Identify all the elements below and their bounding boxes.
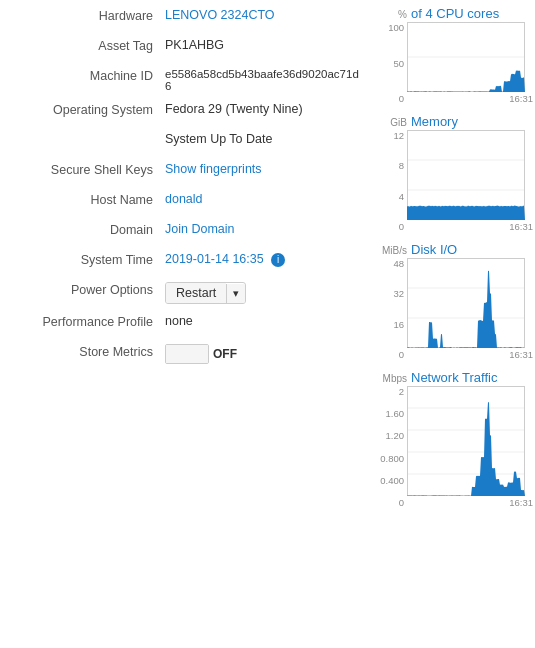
field-row-domain: Domain Join Domain <box>10 222 365 242</box>
network-y-080: 0.800 <box>380 453 404 464</box>
diskio-chart-header: MiB/s Disk I/O <box>375 242 535 257</box>
field-row-hardware: Hardware LENOVO 2324CTO <box>10 8 365 28</box>
cpu-unit: % <box>375 9 407 20</box>
cpu-y-100: 100 <box>388 22 404 33</box>
value-hardware: LENOVO 2324CTO <box>165 8 365 22</box>
cpu-y-0: 0 <box>399 93 404 104</box>
label-asset-tag: Asset Tag <box>10 38 165 53</box>
network-y-0: 0 <box>399 497 404 508</box>
main-layout: Hardware LENOVO 2324CTO Asset Tag PK1AHB… <box>0 0 535 520</box>
diskio-chart-container: 16:31 <box>407 258 535 360</box>
memory-canvas <box>407 130 525 220</box>
memory-y-8: 8 <box>399 160 404 171</box>
diskio-y-32: 32 <box>393 288 404 299</box>
label-domain: Domain <box>10 222 165 237</box>
info-icon[interactable]: i <box>271 253 285 267</box>
field-row-system-status: System Up To Date <box>10 132 365 152</box>
label-power: Power Options <box>10 282 165 297</box>
memory-y-4: 4 <box>399 191 404 202</box>
value-power: Restart ▾ <box>165 282 365 304</box>
value-system-status: System Up To Date <box>165 132 365 146</box>
system-time-link[interactable]: 2019-01-14 16:35 <box>165 252 264 266</box>
field-row-store-metrics: Store Metrics OFF <box>10 344 365 364</box>
power-button-group: Restart ▾ <box>165 282 246 304</box>
restart-button[interactable]: Restart <box>166 283 226 303</box>
diskio-y-0: 0 <box>399 349 404 360</box>
field-row-perf: Performance Profile none <box>10 314 365 334</box>
cpu-canvas <box>407 22 525 92</box>
memory-unit: GiB <box>375 117 407 128</box>
label-hardware: Hardware <box>10 8 165 23</box>
hostname-link[interactable]: donald <box>165 192 203 206</box>
label-perf: Performance Profile <box>10 314 165 329</box>
cpu-y-axis: 100 50 0 <box>375 22 407 104</box>
label-store-metrics: Store Metrics <box>10 344 165 359</box>
memory-chart-header: GiB Memory <box>375 114 535 129</box>
network-y-040: 0.400 <box>380 475 404 486</box>
label-hostname: Host Name <box>10 192 165 207</box>
field-row-system-time: System Time 2019-01-14 16:35 i <box>10 252 365 272</box>
restart-dropdown-button[interactable]: ▾ <box>226 284 245 303</box>
network-time-label: 16:31 <box>407 497 535 508</box>
network-y-120: 1.20 <box>386 430 405 441</box>
diskio-unit: MiB/s <box>375 245 407 256</box>
diskio-y-16: 16 <box>393 319 404 330</box>
field-row-asset-tag: Asset Tag PK1AHBG <box>10 38 365 58</box>
field-row-power: Power Options Restart ▾ <box>10 282 365 304</box>
network-y-axis: 2 1.60 1.20 0.800 0.400 0 <box>375 386 407 508</box>
diskio-y-48: 48 <box>393 258 404 269</box>
label-system-time: System Time <box>10 252 165 267</box>
value-domain: Join Domain <box>165 222 365 236</box>
value-ssh: Show fingerprints <box>165 162 365 176</box>
label-machine-id: Machine ID <box>10 68 165 83</box>
diskio-title: Disk I/O <box>411 242 457 257</box>
field-row-ssh: Secure Shell Keys Show fingerprints <box>10 162 365 182</box>
field-row-os: Operating System Fedora 29 (Twenty Nine) <box>10 102 365 122</box>
cpu-y-50: 50 <box>393 58 404 69</box>
network-chart-container: 16:31 <box>407 386 535 508</box>
diskio-time-label: 16:31 <box>407 349 535 360</box>
network-chart-header: Mbps Network Traffic <box>375 370 535 385</box>
memory-y-12: 12 <box>393 130 404 141</box>
cpu-time-label: 16:31 <box>407 93 535 104</box>
value-os: Fedora 29 (Twenty Nine) <box>165 102 365 116</box>
cpu-chart-header: % of 4 CPU cores <box>375 6 535 21</box>
toggle-container: OFF <box>165 344 365 364</box>
cpu-chart-wrap: 100 50 0 16:31 <box>375 22 535 104</box>
diskio-y-axis: 48 32 16 0 <box>375 258 407 360</box>
memory-chart-section: GiB Memory 12 8 4 0 16:31 <box>375 112 535 234</box>
value-store-metrics: OFF <box>165 344 365 364</box>
diskio-chart-wrap: 48 32 16 0 16:31 <box>375 258 535 360</box>
value-perf: none <box>165 314 365 328</box>
domain-link[interactable]: Join Domain <box>165 222 234 236</box>
field-row-hostname: Host Name donald <box>10 192 365 212</box>
network-canvas <box>407 386 525 496</box>
toggle-switch[interactable] <box>165 344 209 364</box>
memory-chart-wrap: 12 8 4 0 16:31 <box>375 130 535 232</box>
network-y-2: 2 <box>399 386 404 397</box>
ssh-link[interactable]: Show fingerprints <box>165 162 262 176</box>
right-panel: % of 4 CPU cores 100 50 0 16:31 GiB Memo… <box>375 0 535 520</box>
network-unit: Mbps <box>375 373 407 384</box>
memory-y-0: 0 <box>399 221 404 232</box>
toggle-off-label: OFF <box>213 347 237 361</box>
network-title: Network Traffic <box>411 370 497 385</box>
left-panel: Hardware LENOVO 2324CTO Asset Tag PK1AHB… <box>0 0 375 520</box>
cpu-title: of 4 CPU cores <box>411 6 499 21</box>
network-chart-wrap: 2 1.60 1.20 0.800 0.400 0 16:31 <box>375 386 535 508</box>
network-chart-section: Mbps Network Traffic 2 1.60 1.20 0.800 0… <box>375 368 535 510</box>
network-y-160: 1.60 <box>386 408 405 419</box>
cpu-chart-section: % of 4 CPU cores 100 50 0 16:31 <box>375 4 535 106</box>
cpu-chart-container: 16:31 <box>407 22 535 104</box>
value-system-time: 2019-01-14 16:35 i <box>165 252 365 267</box>
label-os: Operating System <box>10 102 165 117</box>
memory-chart-container: 16:31 <box>407 130 535 232</box>
value-hostname: donald <box>165 192 365 206</box>
field-row-machine-id: Machine ID e5586a58cd5b43baafe36d9020ac7… <box>10 68 365 92</box>
value-asset-tag: PK1AHBG <box>165 38 365 52</box>
diskio-chart-section: MiB/s Disk I/O 48 32 16 0 16:31 <box>375 240 535 362</box>
hardware-link[interactable]: LENOVO 2324CTO <box>165 8 275 22</box>
memory-y-axis: 12 8 4 0 <box>375 130 407 232</box>
toggle-on-side <box>166 345 208 363</box>
label-system-status <box>10 132 165 133</box>
